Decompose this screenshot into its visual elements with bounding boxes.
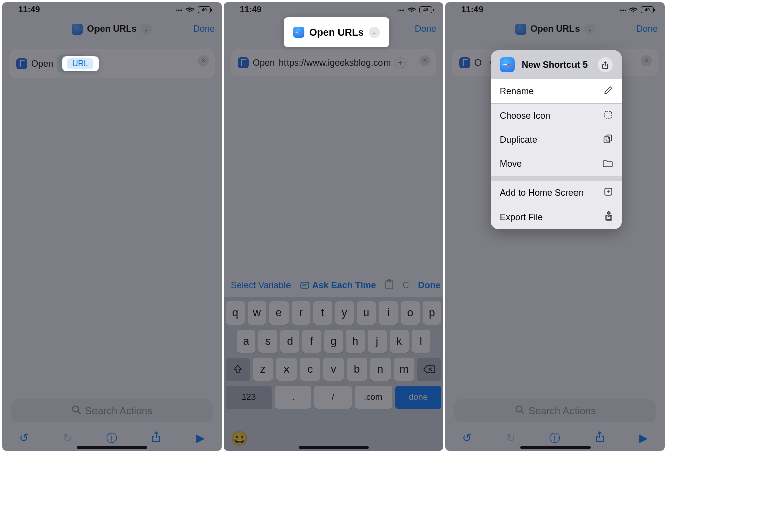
play-icon[interactable]: ▶: [196, 432, 205, 445]
key-o[interactable]: o: [401, 301, 420, 325]
key-s[interactable]: s: [258, 330, 277, 353]
open-label: Open: [31, 56, 53, 71]
remove-action-icon[interactable]: ✕: [641, 55, 652, 66]
menu-export[interactable]: Export File: [491, 205, 622, 229]
undo-icon[interactable]: ↺: [19, 432, 28, 445]
key-v[interactable]: v: [323, 358, 344, 381]
key-row-4: 123 . / .com done: [226, 386, 441, 409]
export-icon: [605, 211, 613, 224]
battery-icon: 49: [641, 6, 654, 13]
key-k[interactable]: k: [390, 330, 408, 353]
safari-icon: [293, 27, 304, 38]
shift-key[interactable]: [226, 358, 250, 381]
key-row-2: asdfghjkl: [226, 330, 441, 353]
nav-title[interactable]: Open URLs ⌄: [72, 24, 151, 35]
cellular-icon: ····: [619, 6, 626, 14]
screenshot-2: 11:49 ···· 49 Open URLs ⌄ Done Open http…: [224, 2, 443, 451]
nav-title[interactable]: Open URLs ⌄: [515, 24, 595, 35]
key-n[interactable]: n: [370, 358, 391, 381]
key-m[interactable]: m: [394, 358, 414, 381]
icon-picker-icon: [604, 110, 613, 122]
key-i[interactable]: i: [379, 301, 398, 325]
key-b[interactable]: b: [347, 358, 367, 381]
undo-icon[interactable]: ↺: [462, 432, 471, 445]
add-url-icon[interactable]: +: [395, 57, 406, 68]
duplicate-icon: [603, 134, 613, 146]
status-time: 11:49: [240, 5, 261, 15]
menu-rename[interactable]: Rename: [491, 79, 622, 103]
search-actions[interactable]: Search Actions: [454, 399, 656, 422]
key-f[interactable]: f: [302, 330, 321, 353]
key-t[interactable]: t: [313, 301, 332, 325]
shortcut-name: New Shortcut 5: [522, 60, 588, 70]
key-u[interactable]: u: [357, 301, 376, 325]
keyboard[interactable]: qwertyuiop asdfghjkl zxcvbnm 123 . / .co…: [224, 297, 443, 451]
key-r[interactable]: r: [292, 301, 311, 325]
open-label-fragment: O: [474, 55, 482, 70]
menu-move[interactable]: Move: [491, 152, 622, 176]
key-y[interactable]: y: [335, 301, 354, 325]
emoji-icon[interactable]: 😀: [231, 430, 248, 447]
share-icon[interactable]: [595, 431, 605, 446]
action-card[interactable]: Open https://www.igeeksblog.com + ✕: [231, 49, 436, 76]
action-card[interactable]: Open URL ✕: [9, 49, 215, 78]
pencil-icon: [604, 86, 613, 97]
key-d[interactable]: d: [280, 330, 299, 353]
search-actions[interactable]: Search Actions: [11, 399, 213, 422]
chevron-down-icon[interactable]: ⌄: [584, 24, 595, 35]
url-input[interactable]: https://www.igeeksblog.com: [279, 55, 391, 70]
key-x[interactable]: x: [276, 358, 297, 381]
dotcom-key[interactable]: .com: [355, 386, 393, 409]
cellular-icon: ····: [398, 6, 404, 14]
done-button[interactable]: Done: [415, 16, 436, 42]
menu-choose-icon[interactable]: Choose Icon: [491, 103, 622, 128]
done-button[interactable]: Done: [193, 16, 215, 42]
ask-each-time-button[interactable]: Ask Each Time: [300, 280, 376, 291]
variable-toolbar: Select Variable Ask Each Time C Done: [224, 273, 443, 297]
numbers-key[interactable]: 123: [226, 386, 272, 409]
key-e[interactable]: e: [269, 301, 289, 325]
status-right: ···· 49: [176, 6, 211, 14]
play-icon[interactable]: ▶: [639, 432, 648, 445]
key-z[interactable]: z: [253, 358, 273, 381]
status-time: 11:49: [18, 5, 40, 15]
key-p[interactable]: p: [423, 301, 442, 325]
share-icon[interactable]: [598, 57, 613, 72]
info-icon[interactable]: ⓘ: [549, 431, 560, 446]
key-l[interactable]: l: [412, 330, 430, 353]
chevron-down-icon: ⌄: [369, 27, 380, 38]
info-icon[interactable]: ⓘ: [106, 431, 117, 446]
slash-key[interactable]: /: [314, 386, 352, 409]
remove-action-icon[interactable]: ✕: [419, 55, 430, 66]
clipboard-icon[interactable]: [385, 279, 393, 292]
key-c[interactable]: c: [300, 358, 320, 381]
menu-add-home[interactable]: Add to Home Screen: [491, 181, 622, 205]
select-variable-button[interactable]: Select Variable: [231, 280, 291, 291]
wifi-icon: [407, 6, 416, 14]
period-key[interactable]: .: [275, 386, 311, 409]
backspace-key[interactable]: [417, 358, 441, 381]
context-menu: Rename Choose Icon Duplicate Move: [491, 79, 622, 229]
go-key[interactable]: done: [395, 386, 441, 409]
key-g[interactable]: g: [324, 330, 343, 353]
redo-icon[interactable]: ↻: [506, 432, 515, 445]
key-w[interactable]: w: [248, 301, 267, 325]
key-a[interactable]: a: [237, 330, 255, 353]
shortcut-context-sheet: New Shortcut 5 Rename Choose Icon Duplic…: [491, 50, 622, 229]
share-icon[interactable]: [151, 431, 161, 446]
menu-duplicate[interactable]: Duplicate: [491, 128, 622, 152]
key-q[interactable]: q: [226, 301, 245, 325]
status-bar: 11:49 ···· 49: [224, 2, 443, 16]
home-indicator: [299, 446, 369, 449]
redo-icon[interactable]: ↻: [63, 432, 72, 445]
search-icon: [515, 405, 525, 417]
toolbar-done-button[interactable]: Done: [418, 280, 440, 291]
folder-icon: [603, 159, 613, 170]
key-h[interactable]: h: [346, 330, 364, 353]
done-button[interactable]: Done: [636, 16, 658, 42]
shortcut-app-icon: [459, 57, 470, 68]
remove-action-icon[interactable]: ✕: [198, 55, 209, 66]
key-j[interactable]: j: [368, 330, 387, 353]
chevron-down-icon[interactable]: ⌄: [141, 24, 152, 35]
svg-rect-9: [605, 111, 612, 118]
